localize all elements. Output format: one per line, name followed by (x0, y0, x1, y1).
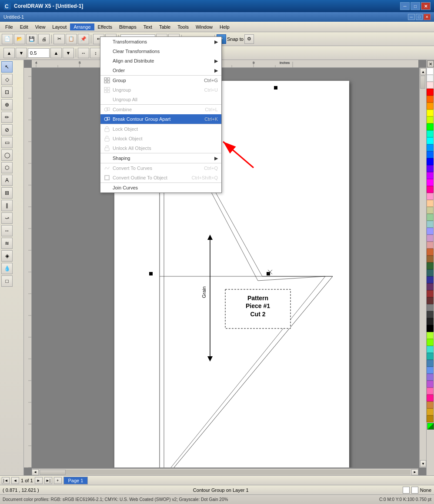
menu-item-window[interactable]: Window (192, 23, 216, 30)
menu-lock-object[interactable]: Lock Object (100, 124, 221, 134)
menu-join-curves[interactable]: Join Curves (100, 183, 221, 192)
color-swatch-dark-blue[interactable] (427, 158, 434, 165)
menu-unlock-all[interactable]: Unlock All Objects (100, 143, 221, 153)
color-swatch-light-sea[interactable] (427, 353, 434, 360)
paste-button[interactable]: 📌 (78, 34, 89, 44)
cut-button[interactable]: ✂ (53, 34, 65, 44)
menu-order[interactable]: Order ▶ (100, 66, 221, 75)
eyedropper-tool[interactable]: 💧 (1, 263, 13, 274)
scroll-down-button[interactable]: ▼ (420, 460, 426, 467)
color-swatch-lime[interactable] (427, 332, 434, 339)
color-swatch-medium-purple[interactable] (427, 374, 434, 381)
size-down-button[interactable]: ▼ (16, 48, 27, 58)
color-swatch-peru[interactable] (427, 401, 434, 408)
color-swatch-goldenrod[interactable] (427, 408, 434, 415)
color-swatch-yellow-green[interactable] (427, 116, 434, 123)
first-page-button[interactable]: |◄ (2, 477, 10, 484)
print-button[interactable]: 🖨 (38, 34, 50, 44)
smart-fill-tool[interactable]: ⊘ (1, 124, 13, 136)
maximize-button[interactable]: □ (411, 2, 420, 10)
crop-tool[interactable]: ⊡ (1, 86, 13, 98)
copy-button[interactable]: 📋 (66, 34, 77, 44)
width-down-button[interactable]: ▼ (63, 48, 74, 58)
color-swatch-steel-blue[interactable] (427, 360, 434, 367)
fill-color-box[interactable] (403, 487, 410, 494)
select-tool[interactable]: ↖ (1, 61, 13, 73)
color-swatch-rose[interactable] (427, 242, 434, 249)
color-swatch-white[interactable] (427, 68, 434, 75)
color-swatch-navy[interactable] (427, 276, 434, 283)
menu-group[interactable]: Group Ctrl+G (100, 76, 221, 85)
next-page-button[interactable]: ► (35, 477, 43, 484)
color-swatch-turquoise[interactable] (427, 346, 434, 353)
color-swatch-dark-goldenrod[interactable] (427, 415, 434, 422)
color-swatch-1[interactable] (427, 75, 434, 82)
page-1-tab[interactable]: Page 1 (63, 477, 88, 484)
color-swatch-gray[interactable] (427, 304, 434, 311)
color-swatch-pink[interactable] (427, 186, 434, 193)
minimize-button[interactable]: ─ (400, 2, 410, 10)
scroll-right-button[interactable]: ► (411, 469, 418, 475)
color-swatch-light-teal[interactable] (427, 221, 434, 228)
scroll-up-button[interactable]: ▲ (420, 68, 426, 75)
menu-item-table[interactable]: Table (156, 23, 174, 30)
color-swatch-dark-brown[interactable] (427, 255, 434, 262)
menu-item-arrange[interactable]: Arrange (70, 23, 94, 30)
color-swatch-brown[interactable] (427, 249, 434, 255)
width-field[interactable]: 0.5 (28, 48, 50, 58)
color-swatch-maroon[interactable] (427, 297, 434, 304)
color-swatch-periwinkle[interactable] (427, 228, 434, 235)
color-swatch-hot-pink[interactable] (427, 388, 434, 395)
menu-item-tools[interactable]: Tools (174, 23, 192, 30)
color-swatch-dark-purple[interactable] (427, 283, 434, 290)
width-up-button[interactable]: ▲ (50, 48, 62, 58)
text-tool[interactable]: A (1, 175, 13, 186)
no-color-swatch[interactable]: ✕ (427, 60, 434, 67)
color-swatch-sky[interactable] (427, 144, 434, 151)
menu-transformations[interactable]: Transformations ▶ (100, 37, 221, 46)
color-swatch-mauve[interactable] (427, 235, 434, 242)
color-swatch-dark-red[interactable] (427, 290, 434, 297)
color-swatch-darker-gray[interactable] (427, 318, 434, 325)
measure-tool[interactable]: ↔ (1, 225, 13, 236)
shape-tool[interactable]: ◇ (1, 74, 13, 85)
menu-item-text[interactable]: Text (140, 23, 156, 30)
fill-tool[interactable]: ◈ (1, 250, 13, 262)
color-swatch-orange2[interactable] (427, 103, 434, 109)
color-swatch-dark-gray[interactable] (427, 311, 434, 318)
menu-clear-transformations[interactable]: Clear Transformations (100, 46, 221, 56)
color-swatch-dark-teal[interactable] (427, 269, 434, 276)
outline-tool[interactable]: □ (1, 275, 13, 287)
color-swatch-dark-green[interactable] (427, 262, 434, 269)
color-swatch-orange[interactable] (427, 96, 434, 103)
menu-align-distribute[interactable]: Align and Distribute ▶ (100, 56, 221, 66)
outline-color-box[interactable] (411, 487, 418, 494)
doc-maximize-button[interactable]: □ (416, 14, 423, 20)
freehand-tool[interactable]: ✏ (1, 112, 13, 123)
color-swatch-blue[interactable] (427, 151, 434, 158)
menu-unlock-object[interactable]: Unlock Object (100, 134, 221, 143)
add-page-button[interactable]: + (54, 477, 62, 484)
parallel-tool[interactable]: ∥ (1, 200, 13, 211)
color-swatch-magenta[interactable] (427, 179, 434, 186)
color-swatch-peach[interactable] (427, 200, 434, 207)
canvas-background[interactable]: Grain Pattern Piece #1 Cut 2 (32, 68, 418, 468)
menu-item-layout[interactable]: Layout (49, 23, 70, 30)
color-swatch-2[interactable] (427, 82, 434, 89)
table-tool[interactable]: ⊞ (1, 187, 13, 199)
color-swatch-cornflower[interactable] (427, 367, 434, 374)
color-swatch-chartreuse[interactable] (427, 339, 434, 346)
color-swatch-deep-pink[interactable] (427, 395, 434, 401)
menu-convert-curves[interactable]: Convert To Curves Ctrl+Q (100, 163, 221, 173)
color-swatch-teal[interactable] (427, 130, 434, 137)
vertical-scrollbar[interactable]: ▲ ▼ (419, 68, 426, 468)
color-swatch-cyan[interactable] (427, 137, 434, 144)
menu-item-effects[interactable]: Effects (94, 23, 116, 30)
menu-shaping[interactable]: Shaping ▶ (100, 153, 221, 163)
color-swatch-red[interactable] (427, 89, 434, 96)
menu-ungroup[interactable]: Ungroup Ctrl+U (100, 85, 221, 95)
color-swatch-medium-orchid[interactable] (427, 381, 434, 388)
doc-close-button[interactable]: ✕ (424, 14, 431, 20)
open-button[interactable]: 📂 (14, 34, 25, 44)
color-swatch-purple[interactable] (427, 172, 434, 179)
